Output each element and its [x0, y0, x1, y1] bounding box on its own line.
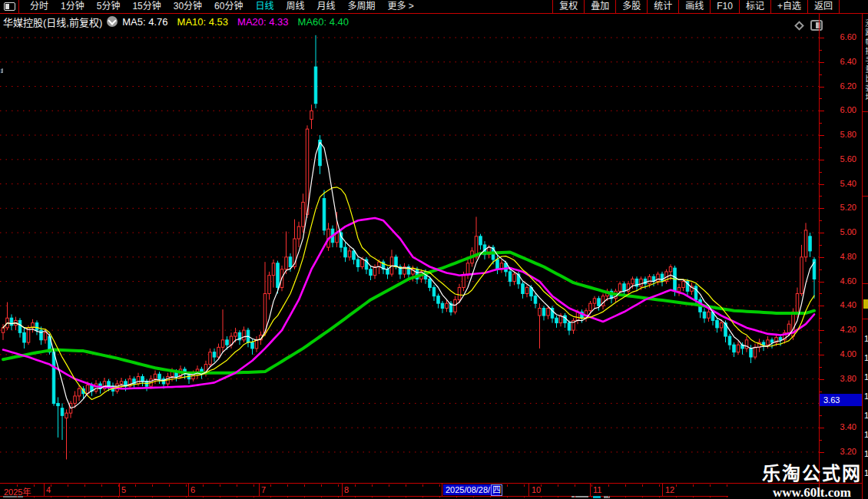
clipped-vertical-text: 涨跌幅换手量比委均	[863, 19, 868, 102]
toolbar-button[interactable]: 标记	[739, 0, 770, 13]
period-tab[interactable]: 分时	[24, 0, 55, 13]
toolbar-button[interactable]: 返回	[807, 0, 840, 13]
period-tab[interactable]: 日线	[249, 0, 280, 13]
clipped-tick	[84, 496, 85, 497]
price-axis-tick	[820, 293, 822, 294]
month-separator	[590, 484, 591, 496]
clipped-tick	[152, 496, 153, 497]
week-tick	[422, 484, 423, 487]
period-tab[interactable]: 15分钟	[126, 0, 167, 13]
panel-left-icon	[4, 2, 15, 11]
price-axis-tick	[820, 98, 822, 99]
toolbar-button[interactable]: 画线	[678, 0, 710, 13]
week-tick	[118, 484, 119, 487]
clipped-tick	[17, 496, 18, 497]
price-axis-tick	[820, 111, 824, 111]
period-tab[interactable]: 多周期	[342, 0, 382, 13]
price-axis-label: 5.60	[824, 154, 856, 164]
top-toolbar: 分时1分钟5分钟15分钟30分钟60分钟日线周线月线多周期更多 > 复权叠加多股…	[0, 0, 868, 14]
price-axis-tick	[820, 330, 824, 331]
date-axis[interactable]: 2025年456781011122025/08/28/四	[0, 483, 862, 496]
price-axis-tick	[820, 208, 824, 209]
price-axis[interactable]: 6.606.406.206.005.805.605.405.205.004.80…	[819, 13, 862, 496]
month-label: 6	[190, 485, 195, 494]
clipped-tick	[659, 496, 660, 497]
stock-title: 华媒控股(日线,前复权)	[3, 15, 102, 29]
watermark-url: www.60lt.com	[762, 485, 862, 499]
price-axis-label: 3.40	[824, 422, 856, 431]
week-tick	[406, 484, 406, 487]
toolbar-button[interactable]: +自选	[770, 0, 807, 13]
clipped-tick	[727, 496, 727, 497]
week-tick	[575, 484, 575, 487]
week-tick	[659, 484, 660, 487]
price-axis-tick	[820, 379, 824, 380]
toolbar-button[interactable]: F10	[710, 0, 739, 13]
month-separator	[119, 484, 120, 496]
week-tick	[355, 484, 356, 487]
period-tab[interactable]: 5分钟	[91, 0, 127, 13]
clipped-tick	[220, 496, 220, 497]
price-axis-tick	[820, 392, 822, 392]
price-axis-label: 4.40	[824, 300, 856, 309]
price-axis-label: 4.60	[824, 276, 856, 286]
week-tick	[68, 484, 68, 487]
ma-value-label: MA20: 4.33	[237, 16, 289, 28]
clipped-tick	[439, 496, 440, 497]
clipped-tick	[541, 496, 542, 497]
price-axis-label: 4.80	[824, 252, 856, 261]
ma-legend: MA5: 4.76MA10: 4.53MA20: 4.33MA60: 4.40	[122, 15, 358, 28]
price-axis-tick	[820, 123, 822, 124]
price-axis-tick	[820, 269, 822, 270]
clipped-tick	[169, 496, 170, 497]
toolbar-button[interactable]: 统计	[647, 0, 678, 13]
toolbar-button[interactable]: 复权	[552, 0, 584, 13]
week-tick	[51, 484, 51, 487]
clipped-tick	[591, 496, 592, 497]
price-axis-tick	[820, 74, 822, 75]
period-tab[interactable]: 更多 >	[382, 0, 420, 13]
price-axis-tick	[820, 355, 824, 355]
clipped-tick	[558, 496, 558, 497]
week-tick	[220, 484, 220, 487]
layout-toggle-button[interactable]	[0, 0, 19, 13]
period-tab[interactable]: 30分钟	[167, 0, 208, 13]
week-tick	[34, 484, 35, 487]
month-separator	[662, 484, 663, 496]
price-axis-tick	[820, 196, 822, 197]
price-axis-label: 6.60	[824, 32, 856, 41]
toolbar-button[interactable]: 多股	[615, 0, 647, 13]
week-tick	[203, 484, 204, 487]
week-tick	[642, 484, 643, 487]
toolbar-buttons: 复权叠加多股统计画线F10标记+自选返回	[552, 0, 840, 13]
chevron-down-icon[interactable]	[107, 16, 118, 27]
week-tick	[84, 484, 85, 487]
clipped-tick	[34, 496, 35, 497]
week-tick	[591, 484, 592, 487]
price-axis-label: 6.20	[824, 81, 856, 91]
week-tick	[101, 484, 102, 487]
toolbar-button[interactable]: 叠加	[584, 0, 615, 13]
month-separator	[442, 484, 442, 496]
clipped-tick	[338, 496, 339, 497]
month-separator	[188, 484, 189, 496]
grid-lines	[0, 38, 819, 452]
month-separator	[342, 484, 343, 496]
week-tick	[152, 484, 153, 487]
period-tab[interactable]: 60分钟	[208, 0, 249, 13]
clipped-tick	[237, 496, 237, 497]
weekday-badge: 四	[491, 484, 502, 496]
month-label: 11	[593, 485, 601, 494]
week-tick	[608, 484, 609, 487]
candlestick-plot[interactable]	[0, 29, 819, 484]
month-separator	[44, 484, 45, 496]
stock-chart-app: 分时1分钟5分钟15分钟30分钟60分钟日线周线月线多周期更多 > 复权叠加多股…	[0, 0, 868, 499]
price-axis-label: 5.40	[824, 179, 856, 188]
period-tab[interactable]: 1分钟	[55, 0, 91, 13]
price-axis-label: 4.20	[824, 325, 856, 334]
price-axis-label: 6.00	[824, 105, 856, 114]
current-price-marker: 3.63	[820, 394, 863, 406]
price-axis-tick	[820, 342, 822, 343]
period-tab[interactable]: 周线	[280, 0, 310, 13]
period-tab[interactable]: 月线	[311, 0, 342, 13]
